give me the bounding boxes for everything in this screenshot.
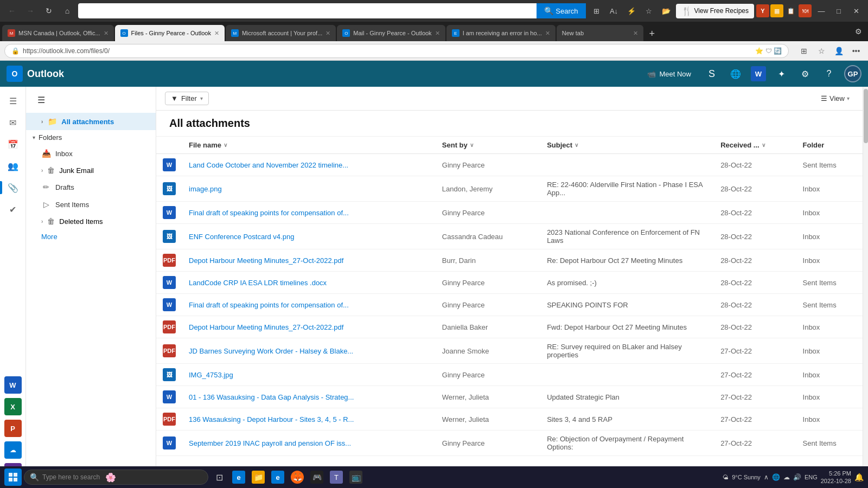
hub-icon[interactable]: ☆ <box>814 43 829 59</box>
word-app-icon[interactable]: W <box>3 375 23 395</box>
ext-icon4[interactable]: 🍽 <box>799 4 812 17</box>
col-sentby[interactable]: Sent by ∨ <box>436 137 540 154</box>
taskbar-teams-icon[interactable]: T <box>328 468 345 486</box>
more-menu-button[interactable]: ••• <box>848 43 864 59</box>
table-row[interactable]: WFinal draft of speaking points for comp… <box>156 202 863 224</box>
col-filename[interactable]: File name ∨ <box>182 137 436 154</box>
ext-icon2[interactable]: ▦ <box>770 4 783 17</box>
filename-link[interactable]: Depot Harbour Meeting Minutes_27-Oct-202… <box>189 323 343 331</box>
notification-icon[interactable]: 🔔 <box>854 473 864 481</box>
sidebar-collapse-button[interactable]: ☰ <box>33 91 50 108</box>
attachment-filename[interactable]: September 2019 INAC payroll and pension … <box>182 431 436 456</box>
taskbar-explorer-icon[interactable]: 📁 <box>250 468 267 486</box>
skype-icon[interactable]: S <box>703 65 720 82</box>
tab-close-mail[interactable]: ✕ <box>435 30 440 37</box>
attachment-filename[interactable]: Depot Harbour Meeting Minutes_27-Oct-202… <box>182 316 436 338</box>
sidebar-more-link[interactable]: More <box>26 229 156 244</box>
meet-now-button[interactable]: 📹 Meet Now <box>642 68 697 80</box>
sidebar-item-drafts[interactable]: ✏ Drafts <box>26 178 156 196</box>
word-header-icon[interactable]: W <box>751 66 766 81</box>
profile-icon[interactable]: 👤 <box>831 43 846 59</box>
home-button[interactable]: ⌂ <box>60 3 75 18</box>
taskbar-edge-icon[interactable]: e <box>230 468 247 486</box>
filename-link[interactable]: Land Code October and November 2022 time… <box>189 161 348 169</box>
table-row[interactable]: 🖼ENF Conference Postcard v4.pngCassandra… <box>156 224 863 249</box>
filename-link[interactable]: IMG_4753.jpg <box>189 371 233 379</box>
table-row[interactable]: PDF136 Wasauksing - Depot Harbour - Site… <box>156 408 863 431</box>
attachment-filename[interactable]: JD Barnes Surveying Work Order - Halsey … <box>182 338 436 364</box>
sidebar-item-deleted-items[interactable]: › 🗑 Deleted Items <box>26 213 156 229</box>
word-app-button[interactable]: W <box>4 376 22 394</box>
ppt-app-button[interactable]: P <box>4 420 22 437</box>
taskbar-edge2-icon[interactable]: e <box>269 468 286 486</box>
table-row[interactable]: WSeptember 2019 INAC payroll and pension… <box>156 431 863 456</box>
view-button[interactable]: ☰ View ▾ <box>816 92 854 105</box>
attachments-table-container[interactable]: File name ∨ Sent by ∨ <box>156 137 863 488</box>
sidebar-item-inbox[interactable]: 📥 Inbox <box>26 145 156 162</box>
address-bar-text[interactable]: https://outlook.live.com/files/0/ <box>23 47 752 55</box>
tab-close-error[interactable]: ✕ <box>545 30 550 37</box>
sidebar-item-junk-email[interactable]: › 🗑 Junk Email <box>26 162 156 178</box>
forward-button[interactable]: → <box>23 3 38 18</box>
tab-files[interactable]: O Files - Ginny Pearce - Outlook ✕ <box>115 25 225 41</box>
taskbar-app-icon7[interactable]: 📺 <box>347 468 365 486</box>
favorites-icon[interactable]: ☆ <box>641 3 656 18</box>
scrollbar-track[interactable] <box>863 87 868 488</box>
tab-error[interactable]: E I am receiving an error in ho... ✕ <box>446 25 556 41</box>
globe-icon[interactable]: 🌐 <box>727 65 744 82</box>
settings-header-icon[interactable]: ⚙ <box>796 65 814 82</box>
start-button[interactable] <box>4 468 22 486</box>
attachment-filename[interactable]: 01 - 136 Wasauksing - Data Gap Analysis … <box>182 386 436 408</box>
attachment-filename[interactable]: ENF Conference Postcard v4.png <box>182 224 436 249</box>
filename-link[interactable]: Final draft of speaking points for compe… <box>189 209 349 217</box>
reload-button[interactable]: ↻ <box>41 3 56 18</box>
table-row[interactable]: PDFDepot Harbour Meeting Minutes_27-Oct-… <box>156 316 863 338</box>
window-minimize-button[interactable]: — <box>814 3 829 18</box>
table-row[interactable]: 🖼image.pngLandon, JeremyRE: 22-4600: Ald… <box>156 176 863 202</box>
excel-app-button[interactable]: X <box>4 398 22 415</box>
table-row[interactable]: WFinal draft of speaking points for comp… <box>156 294 863 316</box>
ppt-app-icon[interactable]: P <box>3 419 23 438</box>
user-avatar[interactable]: GP <box>844 65 861 82</box>
attachment-filename[interactable]: LandCode CRP IA ESA LDR timelines .docx <box>182 272 436 294</box>
onedrive-app-button[interactable]: ☁ <box>4 441 22 459</box>
table-row[interactable]: W01 - 136 Wasauksing - Data Gap Analysis… <box>156 386 863 408</box>
extensions-bar-icon[interactable]: ⊞ <box>796 43 812 59</box>
attachment-filename[interactable]: Final draft of speaking points for compe… <box>182 294 436 316</box>
attachment-filename[interactable]: 136 Wasauksing - Depot Harbour - Sites 3… <box>182 408 436 431</box>
attachment-filename[interactable]: IMG_4753.jpg <box>182 364 436 386</box>
extensions-icon[interactable]: ⊞ <box>589 3 604 18</box>
taskbar-task-view[interactable]: ⊡ <box>210 468 228 486</box>
excel-app-icon[interactable]: X <box>3 397 23 416</box>
table-row[interactable]: WLand Code October and November 2022 tim… <box>156 154 863 176</box>
attachment-filename[interactable]: Depot Harbour Meeting Minutes_27-Oct-202… <box>182 249 436 272</box>
filename-link[interactable]: ENF Conference Postcard v4.png <box>189 233 294 241</box>
filename-link[interactable]: JD Barnes Surveying Work Order - Halsey … <box>189 347 353 355</box>
volume-icon[interactable]: 🔊 <box>793 473 801 481</box>
window-maximize-button[interactable]: □ <box>831 3 846 18</box>
calendar-nav-icon[interactable]: 📅 <box>3 134 23 154</box>
filter-button[interactable]: ▼ Filter ▾ <box>165 92 209 105</box>
sidebar-item-sent-items[interactable]: ▷ Sent Items <box>26 196 156 213</box>
settings-button[interactable]: ⚙ <box>851 24 866 39</box>
filename-link[interactable]: 01 - 136 Wasauksing - Data Gap Analysis … <box>189 393 354 401</box>
tab-mail[interactable]: O Mail - Ginny Pearce - Outlook ✕ <box>337 25 445 41</box>
browser-search-button[interactable]: 🔍 Search <box>537 3 585 18</box>
tab-account[interactable]: M Microsoft account | Your prof... ✕ <box>226 25 336 41</box>
filename-link[interactable]: 136 Wasauksing - Depot Harbour - Sites 3… <box>189 415 354 423</box>
sidebar-item-all-attachments[interactable]: › 📁 All attachments <box>26 113 156 130</box>
bing-icon[interactable]: ✦ <box>773 65 790 82</box>
collections-icon[interactable]: 📂 <box>659 3 674 18</box>
hamburger-menu-icon[interactable]: ☰ <box>3 91 23 111</box>
onedrive-app-icon[interactable]: ☁ <box>3 440 23 460</box>
help-icon[interactable]: ? <box>820 65 838 82</box>
tab-msn[interactable]: M MSN Canada | Outlook, Offic... ✕ <box>2 25 114 41</box>
tab-close-msn[interactable]: ✕ <box>104 30 108 37</box>
files-nav-icon[interactable]: 📎 <box>3 178 23 197</box>
mail-nav-icon[interactable]: ✉ <box>3 113 23 132</box>
yammer-icon[interactable]: Y <box>756 4 769 17</box>
attachment-filename[interactable]: Land Code October and November 2022 time… <box>182 154 436 176</box>
filename-link[interactable]: Depot Harbour Meeting Minutes_27-Oct-202… <box>189 256 343 265</box>
filename-link[interactable]: September 2019 INAC payroll and pension … <box>189 439 351 447</box>
tab-close-files[interactable]: ✕ <box>214 30 219 37</box>
